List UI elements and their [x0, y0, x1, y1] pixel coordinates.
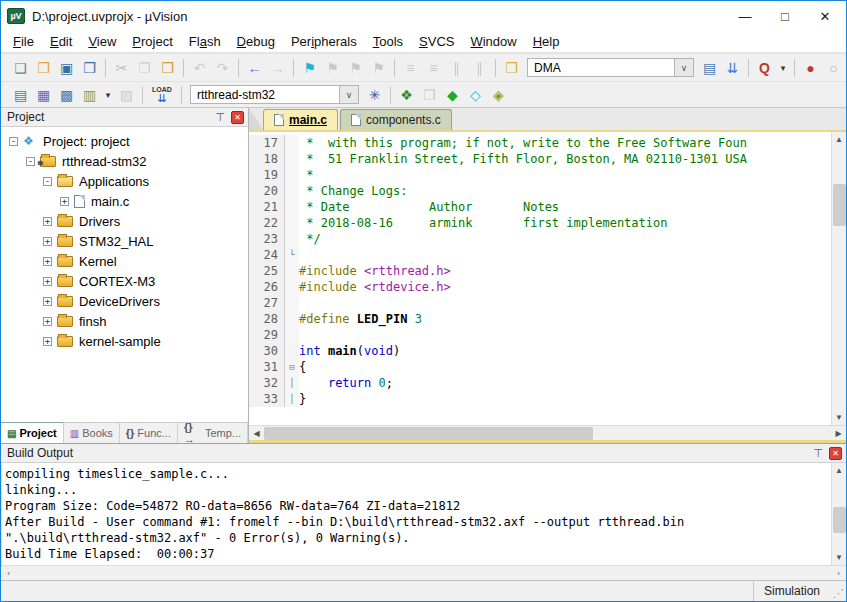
tree-expander-icon[interactable]: +: [60, 197, 69, 206]
tree-expander-icon[interactable]: +: [43, 237, 52, 246]
target-combo-value[interactable]: rtthread-stm32: [190, 85, 340, 104]
editor-vertical-scrollbar[interactable]: ▲ ▼: [831, 132, 846, 425]
minimize-button[interactable]: —: [738, 9, 752, 24]
output-vertical-scrollbar[interactable]: ▲ ▼: [831, 463, 846, 565]
incremental-find-icon[interactable]: ⇊: [721, 57, 744, 78]
output-horizontal-scrollbar[interactable]: ‹ ›: [1, 565, 846, 580]
panel-tab-books[interactable]: ▥Books: [64, 423, 120, 443]
new-file-icon[interactable]: ❏: [9, 57, 32, 78]
line-number: 24: [249, 247, 285, 263]
tree-item-kernel[interactable]: +Kernel: [1, 251, 248, 271]
translate-file-icon[interactable]: ▤: [9, 84, 32, 105]
save-all-icon[interactable]: ❒: [78, 57, 101, 78]
scroll-up-icon[interactable]: ▲: [832, 132, 847, 147]
menu-project[interactable]: Project: [124, 32, 180, 51]
tree-item-drivers[interactable]: +Drivers: [1, 211, 248, 231]
find-options-icon[interactable]: Q: [753, 57, 776, 78]
scroll-thumb[interactable]: [264, 427, 593, 440]
search-combo[interactable]: DMA∨: [527, 58, 694, 77]
rebuild-all-icon[interactable]: ▩: [55, 84, 78, 105]
menu-debug[interactable]: Debug: [229, 32, 283, 51]
project-panel-close-icon[interactable]: ✕: [231, 111, 244, 124]
scroll-thumb[interactable]: [833, 184, 846, 226]
paste-icon[interactable]: ❒: [156, 57, 179, 78]
scroll-left-icon[interactable]: ◀: [249, 426, 264, 441]
find-in-files-icon[interactable]: ❒: [500, 57, 523, 78]
scroll-up-icon[interactable]: ▲: [832, 463, 847, 478]
code-text: * Date Author Notes: [299, 199, 559, 215]
editor-horizontal-scrollbar[interactable]: ◀ ▶: [249, 425, 846, 440]
tree-expander-icon[interactable]: +: [43, 257, 52, 266]
bookmark-toggle-icon[interactable]: ⚑: [298, 57, 321, 78]
search-combo-value[interactable]: DMA: [527, 58, 675, 77]
folder-icon: [57, 236, 73, 247]
pin-icon[interactable]: ⊤: [215, 111, 225, 124]
fold-collapse-icon[interactable]: ⊟: [285, 359, 299, 375]
tree-expander-icon[interactable]: +: [43, 217, 52, 226]
maximize-button[interactable]: □: [778, 9, 792, 24]
menu-window[interactable]: Window: [462, 32, 524, 51]
pack-installer-icon[interactable]: ◈: [487, 84, 510, 105]
menu-tools[interactable]: Tools: [365, 32, 411, 51]
batch-build-caret-icon[interactable]: ▾: [101, 84, 115, 105]
configure-target-icon[interactable]: ◇: [464, 84, 487, 105]
tree-item-cortex-m3[interactable]: +CORTEX-M3: [1, 271, 248, 291]
tree-expander-icon[interactable]: -: [43, 177, 52, 186]
tree-expander-icon[interactable]: +: [43, 277, 52, 286]
panel-tab-func[interactable]: {}Func...: [120, 423, 178, 443]
tree-item-project-project[interactable]: -❖Project: project: [1, 131, 248, 151]
resize-grip[interactable]: ⋰: [830, 581, 846, 601]
tree-expander-icon[interactable]: -: [26, 157, 35, 166]
menu-peripherals[interactable]: Peripherals: [283, 32, 365, 51]
tree-item-finsh[interactable]: +finsh: [1, 311, 248, 331]
target-combo-dropdown-icon[interactable]: ∨: [340, 85, 359, 104]
scroll-right-icon[interactable]: ▶: [831, 426, 846, 441]
scroll-down-icon[interactable]: ▼: [832, 550, 847, 565]
menu-file[interactable]: File: [5, 32, 42, 51]
tree-item-rtthread-stm32[interactable]: -✱rtthread-stm32: [1, 151, 248, 171]
scroll-right-icon[interactable]: ›: [831, 566, 846, 581]
navigate-back-icon[interactable]: ←: [243, 57, 266, 78]
build-output-close-icon[interactable]: ✕: [829, 447, 842, 460]
tree-item-devicedrivers[interactable]: +DeviceDrivers: [1, 291, 248, 311]
open-file-icon[interactable]: ❒: [32, 57, 55, 78]
scroll-left-icon[interactable]: ‹: [1, 566, 16, 581]
panel-tab-temp[interactable]: {}→Temp...: [178, 423, 248, 443]
panel-tab-project[interactable]: ▤Project: [1, 422, 64, 443]
scroll-thumb[interactable]: [833, 507, 846, 533]
download-button[interactable]: LOAD⇊: [147, 83, 177, 106]
tab-main-c[interactable]: main.c: [263, 109, 338, 130]
breakpoint-disabled-icon[interactable]: ○: [822, 57, 845, 78]
close-button[interactable]: ✕: [818, 9, 832, 24]
code-editor[interactable]: 17 * with this program; if not, write to…: [249, 132, 831, 425]
project-tree: -❖Project: project-✱rtthread-stm32-Appli…: [1, 127, 248, 422]
search-combo-dropdown-icon[interactable]: ∨: [675, 58, 694, 77]
find-next-icon[interactable]: ▤: [698, 57, 721, 78]
find-options-caret-icon[interactable]: ▾: [776, 57, 790, 78]
tree-expander-icon[interactable]: -: [9, 137, 18, 146]
tree-item-main-c[interactable]: +main.c: [1, 191, 248, 211]
tree-expander-icon[interactable]: +: [43, 337, 52, 346]
tab-components-c[interactable]: components.c: [340, 109, 452, 130]
build-output-console[interactable]: compiling timeslice_sample.c...linking..…: [1, 463, 831, 565]
save-icon[interactable]: ▣: [55, 57, 78, 78]
menu-view[interactable]: View: [80, 32, 124, 51]
pin-icon[interactable]: ⊤: [813, 447, 823, 460]
menu-help[interactable]: Help: [525, 32, 568, 51]
function-editor-icon[interactable]: ◆: [441, 84, 464, 105]
menu-flash[interactable]: Flash: [181, 32, 229, 51]
menu-edit[interactable]: Edit: [42, 32, 80, 51]
scroll-down-icon[interactable]: ▼: [832, 410, 847, 425]
tree-expander-icon[interactable]: +: [43, 297, 52, 306]
batch-build-icon[interactable]: ▥: [78, 84, 101, 105]
build-icon[interactable]: ▦: [32, 84, 55, 105]
tree-expander-icon[interactable]: +: [43, 317, 52, 326]
tree-item-stm32-hal[interactable]: +STM32_HAL: [1, 231, 248, 251]
breakpoint-icon[interactable]: ●: [799, 57, 822, 78]
tree-item-applications[interactable]: -Applications: [1, 171, 248, 191]
target-combo[interactable]: rtthread-stm32∨: [190, 85, 359, 104]
tree-item-kernel-sample[interactable]: +kernel-sample: [1, 331, 248, 351]
manage-rte-icon[interactable]: ❖: [395, 84, 418, 105]
menu-svcs[interactable]: SVCS: [411, 32, 462, 51]
target-options-icon[interactable]: ✳: [363, 84, 386, 105]
